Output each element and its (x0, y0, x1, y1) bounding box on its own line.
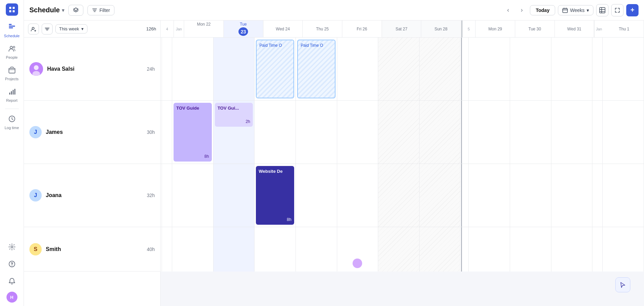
this-week-button[interactable]: This week ▾ (55, 24, 87, 33)
title-chevron-icon: ▾ (62, 8, 64, 13)
cal-cell-joana-thu1[interactable] (603, 164, 644, 227)
cal-cell-joana-mon22[interactable] (172, 164, 214, 227)
calendar-area: 4 Jan Mon 22 Tue 23 Wed 24 (161, 20, 644, 306)
cal-cell-hava-wed24[interactable]: Paid Time O (255, 38, 296, 100)
today-button[interactable]: Today (530, 5, 555, 15)
add-person-button[interactable] (28, 24, 39, 34)
cal-cell-james-mon29[interactable] (469, 101, 510, 164)
cal-cell-smith-mon22[interactable] (172, 227, 214, 272)
event-tov-guide-tue[interactable]: TOV Gui... 2h (215, 103, 253, 127)
avatar (29, 62, 43, 76)
cal-cell-hava-thu1[interactable] (603, 38, 644, 100)
cal-cell-joana-tue23[interactable] (214, 164, 255, 227)
cal-cell-james-fri26[interactable] (337, 101, 379, 164)
list-item[interactable]: J James 30h (24, 101, 160, 164)
day-header-fri26: Fri 26 (342, 20, 382, 37)
sidebar-item-projects[interactable]: Projects (2, 64, 22, 84)
month-indent (162, 38, 172, 100)
sidebar-item-help[interactable] (2, 258, 22, 272)
pto-event-wed[interactable]: Paid Time O (256, 40, 294, 98)
cal-cell-smith-wed31[interactable] (551, 227, 593, 272)
cal-cell-james-sat27 (378, 101, 420, 164)
filter-icon (92, 8, 97, 13)
cal-cell-hava-tue30[interactable] (510, 38, 551, 100)
layers-button[interactable] (68, 5, 83, 16)
cal-cell-smith-fri26[interactable] (337, 227, 379, 272)
user-avatar[interactable]: H (6, 292, 17, 303)
smith-event-indicator (353, 259, 362, 268)
jan-label-2: Jan (594, 20, 604, 37)
cal-cell-joana-fri26[interactable] (337, 164, 379, 227)
cal-cell-hava-wed31[interactable] (551, 38, 593, 100)
svg-point-22 (34, 65, 39, 70)
list-item[interactable]: Hava Salsi 24h (24, 38, 160, 101)
app-logo[interactable] (6, 3, 18, 16)
cal-cell-james-mon22[interactable]: TOV Guide 8h (172, 101, 214, 164)
day-header-thu1: Thu 1 (604, 20, 644, 37)
cal-cell-smith-tue30[interactable] (510, 227, 551, 272)
sort-button[interactable] (42, 24, 53, 34)
expand-button[interactable] (611, 4, 624, 16)
cal-cell-joana-mon29[interactable] (469, 164, 510, 227)
cal-cell-james-wed24[interactable] (255, 101, 296, 164)
cal-cell-smith-thu1[interactable] (603, 227, 644, 272)
avatar: J (29, 189, 42, 201)
day-header-tue23: Tue 23 (224, 20, 263, 37)
cal-cell-james-sun28 (420, 101, 461, 164)
sidebar-item-report[interactable]: Report (2, 85, 22, 105)
sidebar-item-notifications[interactable] (2, 275, 22, 289)
next-button[interactable]: › (516, 5, 527, 16)
sidebar-item-settings[interactable] (2, 240, 22, 255)
cal-cell-smith-wed24[interactable] (255, 227, 296, 272)
cal-cell-hava-thu25[interactable]: Paid Time O (296, 38, 337, 100)
svg-point-15 (11, 246, 13, 248)
sidebar-item-people-label: People (6, 55, 17, 59)
cal-cell-smith-thu25[interactable] (296, 227, 337, 272)
cal-cell-hava-fri26[interactable] (337, 38, 379, 100)
cal-cell-smith-tue23[interactable] (214, 227, 255, 272)
cal-cell-joana-wed31[interactable] (551, 164, 593, 227)
add-button[interactable]: + (626, 4, 639, 16)
filter-button[interactable]: Filter (87, 5, 114, 15)
total-hours-badge: 126h (146, 26, 156, 31)
logtime-icon (8, 115, 16, 124)
cursor-widget[interactable] (615, 277, 630, 292)
svg-rect-9 (9, 68, 15, 73)
event-tov-guide-mon[interactable]: TOV Guide 8h (174, 103, 212, 162)
sidebar-bottom: H (2, 240, 22, 303)
calendar-icon (562, 8, 568, 13)
cal-cell-smith-sun28 (420, 227, 461, 272)
settings-icon (8, 243, 16, 252)
cal-cell-joana-thu25[interactable] (296, 164, 337, 227)
weeks-button[interactable]: Weeks ▾ (558, 5, 593, 15)
cal-cell-james-tue23[interactable]: TOV Gui... 2h (214, 101, 255, 164)
pto-event-thu[interactable]: Paid Time O (297, 40, 335, 98)
list-item[interactable]: J Joana 32h (24, 164, 160, 227)
cal-cell-joana-sat27 (378, 164, 420, 227)
table-view-button[interactable] (596, 4, 608, 16)
sidebar-item-schedule[interactable]: Schedule (2, 20, 22, 41)
cal-cell-james-wed31[interactable] (551, 101, 593, 164)
list-item[interactable]: S Smith 40h (24, 227, 160, 272)
cal-cell-joana-wed24[interactable]: Website De 8h (255, 164, 296, 227)
cal-cell-james-thu25[interactable] (296, 101, 337, 164)
event-website-wed[interactable]: Website De 8h (256, 166, 294, 225)
sidebar-item-logtime-label: Log time (4, 126, 19, 130)
week-number-5: 5 (462, 20, 476, 37)
cal-cell-hava-tue23[interactable] (214, 38, 255, 100)
cal-cell-james-tue30[interactable] (510, 101, 551, 164)
sidebar-item-people[interactable]: People (2, 42, 22, 62)
svg-rect-2 (9, 10, 11, 12)
main-content: Schedule ▾ Filter ‹ › Today (24, 0, 644, 306)
cal-cell-hava-mon29[interactable] (469, 38, 510, 100)
sort-icon (44, 26, 50, 32)
cal-cell-hava-mon22[interactable] (172, 38, 214, 100)
weeks-label: Weeks (570, 8, 585, 13)
cal-cell-james-thu1[interactable] (603, 101, 644, 164)
person-name: Hava Salsi (47, 66, 147, 72)
cal-cell-joana-tue30[interactable] (510, 164, 551, 227)
help-icon (8, 260, 16, 269)
cal-cell-smith-mon29[interactable] (469, 227, 510, 272)
sidebar-item-logtime[interactable]: Log time (2, 112, 22, 133)
prev-button[interactable]: ‹ (503, 5, 513, 16)
